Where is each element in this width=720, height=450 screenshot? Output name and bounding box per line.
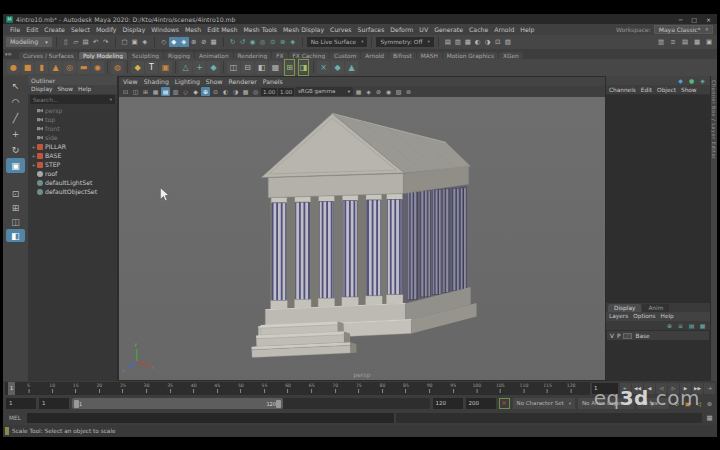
viewport-toolbar-icon[interactable]: ▦ [151, 87, 160, 96]
menu-item[interactable]: Deform [387, 26, 416, 33]
layer-color-swatch[interactable] [623, 333, 632, 339]
key-channel-icon[interactable]: ● [687, 76, 696, 85]
paint-select-tool[interactable]: ╱ [6, 110, 25, 125]
measure-icon[interactable]: ◆ [207, 61, 220, 74]
workspace-dropdown[interactable]: Maya Classic* [654, 25, 713, 34]
outliner-item[interactable]: defaultObjectSet [28, 187, 117, 196]
redo-icon[interactable]: ↷ [101, 37, 111, 47]
menu-item[interactable]: Help [517, 26, 537, 33]
menu-item[interactable]: File [7, 26, 23, 33]
outliner-item[interactable]: side [28, 133, 117, 142]
layout-single-icon[interactable]: ⊡ [6, 187, 25, 200]
shelf-tab[interactable]: Rigging [164, 52, 194, 59]
menu-item[interactable]: Show [206, 77, 223, 86]
output-connections-icon[interactable]: ↺ [238, 37, 248, 47]
toggle-icon[interactable]: ◈ [288, 37, 298, 47]
attribute-editor-icon[interactable]: ≡ [668, 37, 678, 47]
gamma-field[interactable]: 1.00 [278, 88, 294, 96]
menu-item[interactable]: Windows [148, 26, 182, 33]
shelf-tab[interactable]: XGen [499, 52, 523, 59]
outliner-item[interactable]: +BASE [28, 151, 117, 160]
poly-plane-icon[interactable]: ▬ [77, 61, 90, 74]
menu-item[interactable]: Show [57, 85, 73, 94]
layer-editor-tab[interactable]: Display [608, 304, 641, 312]
viewport-toolbar-icon[interactable]: ▩ [241, 87, 250, 96]
outliner-item[interactable]: top [28, 115, 117, 124]
sidebar-tab-strip[interactable]: Channel Box / Layer Editor [710, 76, 717, 381]
shelf-icon[interactable] [107, 61, 108, 73]
render-settings-icon[interactable]: ◐ [473, 37, 483, 47]
move-layer-down-icon[interactable]: ≡ [676, 321, 685, 330]
shelf-tab[interactable]: Sculpting [128, 52, 163, 59]
outliner-item[interactable]: front [28, 124, 117, 133]
exposure-field[interactable]: 1.00 [261, 88, 277, 96]
multi-cut-icon[interactable]: × [317, 61, 330, 74]
cache-icon[interactable]: ⊚ [278, 37, 288, 47]
select-component-icon[interactable]: ◈ [140, 37, 150, 47]
menu-item[interactable]: Layers [609, 312, 628, 321]
layer-visible-toggle[interactable]: V [610, 333, 614, 339]
menu-item[interactable]: Mesh Tools [241, 26, 281, 33]
bevel-icon[interactable]: ◨ [297, 61, 310, 74]
construction-icon[interactable]: ◎ [258, 37, 268, 47]
poly-sphere-icon[interactable]: ● [7, 61, 20, 74]
poly-cone-icon[interactable]: ▲ [49, 61, 62, 74]
minimize-button[interactable]: ─ [679, 16, 683, 23]
evaluation-icon[interactable]: ⊙ [268, 37, 278, 47]
modeling-toolkit-icon[interactable]: ▥ [656, 37, 666, 47]
open-scene-icon[interactable]: ▱ [71, 37, 81, 47]
outliner-item[interactable]: persp [28, 106, 117, 115]
show-manipulators-icon[interactable]: ◆ [676, 76, 685, 85]
menu-item[interactable]: Help [78, 85, 91, 94]
menu-item[interactable]: Mesh Display [280, 26, 327, 33]
history-icon[interactable]: ◉ [248, 37, 258, 47]
menu-item[interactable]: Display [120, 26, 149, 33]
layer-playback-toggle[interactable]: P [617, 333, 621, 339]
shelf-tab[interactable]: Rendering [234, 52, 272, 59]
anim-prefs-icon[interactable]: ⊛ [705, 398, 714, 409]
viewport-toolbar-icon[interactable]: ⊕ [201, 87, 210, 96]
render-view-icon[interactable]: ▤ [443, 37, 453, 47]
smooth-icon[interactable]: ▦ [269, 61, 282, 74]
menu-item[interactable]: Show [681, 85, 697, 94]
menu-set-dropdown[interactable]: Modeling [6, 37, 52, 47]
script-editor-icon[interactable]: ▦ [704, 414, 715, 422]
menu-item[interactable]: Arnold [491, 26, 517, 33]
menu-item[interactable]: Options [633, 312, 655, 321]
workspace-icon[interactable]: ▣ [704, 37, 714, 47]
menu-item[interactable]: Create [41, 26, 68, 33]
save-scene-icon[interactable]: ▤ [81, 37, 91, 47]
auto-key-icon[interactable]: × [499, 398, 510, 409]
extrude-icon[interactable]: ⊞ [283, 61, 296, 74]
shelf-tab[interactable]: Arnold [361, 52, 388, 59]
snap-plane-icon[interactable]: ⊕ [189, 37, 199, 47]
type-tool-icon[interactable]: T [145, 61, 158, 74]
animation-start-field[interactable]: 1 [6, 398, 36, 409]
layout-two-pane-icon[interactable]: ◫ [6, 215, 25, 228]
menu-item[interactable]: Curves [327, 26, 354, 33]
speed-graph-icon[interactable]: ◈ [698, 76, 707, 85]
character-set-dropdown[interactable]: No Character Set [513, 398, 575, 409]
input-connections-icon[interactable]: ↻ [228, 37, 238, 47]
snap-point-icon[interactable]: ◈ [179, 37, 189, 47]
new-empty-layer-icon[interactable]: ▤ [687, 321, 696, 330]
menu-item[interactable]: Surfaces [355, 26, 388, 33]
menu-item[interactable]: Lighting [175, 77, 200, 86]
viewport-toolbar-icon[interactable]: ◫ [131, 87, 140, 96]
outliner-search-input[interactable]: Search...▾ [30, 95, 115, 104]
animation-end-field[interactable]: 200 [466, 398, 496, 409]
sweep-mesh-icon[interactable]: ◆ [131, 61, 144, 74]
menu-item[interactable]: Cache [466, 26, 491, 33]
menu-item[interactable]: UV [416, 26, 431, 33]
shelf-tab[interactable]: Animation [195, 52, 233, 59]
combine-icon[interactable]: ◫ [227, 61, 240, 74]
menu-item[interactable]: Edit Mesh [204, 26, 240, 33]
viewport-toolbar-icon[interactable]: ◑ [231, 87, 240, 96]
viewport-toolbar-icon[interactable]: ⊡ [121, 87, 130, 96]
menu-item[interactable]: Help [661, 312, 674, 321]
outliner-item[interactable]: roof [28, 169, 117, 178]
viewport-toolbar-icon[interactable]: ⊙ [211, 87, 220, 96]
new-scene-icon[interactable]: ▯ [61, 37, 71, 47]
svg-tool-icon[interactable]: ▣ [159, 61, 172, 74]
outliner-item[interactable]: defaultLightSet [28, 178, 117, 187]
